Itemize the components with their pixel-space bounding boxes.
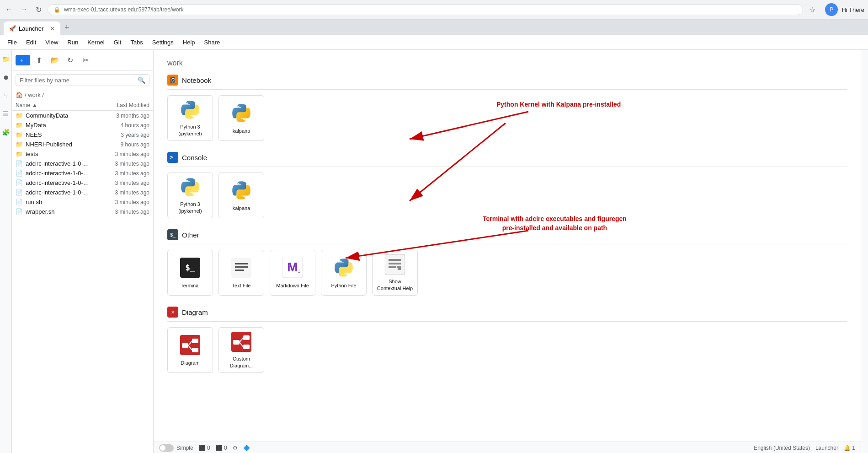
card-diagram[interactable]: Diagram <box>167 327 213 373</box>
forward-button[interactable]: → <box>18 4 29 15</box>
svg-rect-2 <box>235 266 248 268</box>
upload-button[interactable]: ⬆ <box>33 54 46 66</box>
card-python3-console[interactable]: Python 3(ipykernel) <box>167 173 213 218</box>
list-item[interactable]: 📄 wrapper.sh 3 minutes ago <box>12 207 153 216</box>
file-date-label: 3 minutes ago <box>95 151 149 157</box>
menu-file[interactable]: File <box>4 37 21 48</box>
menu-run[interactable]: Run <box>64 37 82 48</box>
svg-rect-20 <box>233 340 240 345</box>
menu-items: File Edit View Run Kernel Git Tabs Setti… <box>4 37 224 48</box>
list-item[interactable]: 📄 adcirc-interactive-1-0-0_2024-... 3 mi… <box>12 159 153 168</box>
section-console: >_ Console Python 3(ipykernel) <box>167 152 847 218</box>
card-custom-diagram[interactable]: Custom Diagram... <box>218 327 264 373</box>
menu-view[interactable]: View <box>42 37 62 48</box>
view-label: Launcher <box>815 445 838 451</box>
card-kalpana-console[interactable]: kalpana <box>218 173 264 218</box>
settings-icon[interactable]: ⚙ <box>233 445 238 451</box>
new-tab-button[interactable]: + <box>60 21 73 34</box>
toggle-thumb <box>160 445 165 451</box>
search-icon: 🔍 <box>138 76 145 84</box>
file-date-label: 3 minutes ago <box>95 170 149 177</box>
card-kalpana[interactable]: kalpana <box>218 95 264 141</box>
col-name-header[interactable]: Name ▲ <box>16 102 95 108</box>
card-show-help[interactable]: Show Contextual Help <box>372 250 418 296</box>
sort-icon: ▲ <box>32 102 37 108</box>
card-text-file[interactable]: Text File <box>218 250 264 296</box>
refresh-files-button[interactable]: ↻ <box>64 54 77 66</box>
file-name-label: adcirc-interactive-1-0-0_2024-... <box>26 160 92 167</box>
file-name-label: CommunityData <box>26 112 92 119</box>
list-item[interactable]: 📁 CommunityData 3 months ago <box>12 111 153 120</box>
list-item[interactable]: 📄 adcirc-interactive-1-0-0_2024-... 3 mi… <box>12 178 153 188</box>
commands-icon-btn[interactable]: ☰ <box>0 108 11 119</box>
list-item[interactable]: 📁 NEES 3 years ago <box>12 130 153 140</box>
home-icon[interactable]: 🏠 <box>16 92 23 98</box>
list-item[interactable]: 📁 NHERI-Published 9 hours ago <box>12 140 153 149</box>
file-date-label: 3 months ago <box>95 113 149 119</box>
extensions-icon-btn[interactable]: 🧩 <box>0 127 11 138</box>
file-name-label: run.sh <box>26 199 92 205</box>
list-item[interactable]: 📄 adcirc-interactive-1-0-0_2024-... 3 mi… <box>12 168 153 178</box>
files-icon-btn[interactable]: 📁 <box>0 54 11 65</box>
col-modified-header[interactable]: Last Modified <box>95 102 149 108</box>
file-type-icon: 📄 <box>16 208 23 215</box>
card-terminal[interactable]: $_ Terminal <box>167 250 213 296</box>
menu-edit[interactable]: Edit <box>22 37 40 48</box>
menu-git[interactable]: Git <box>110 37 125 48</box>
address-bar[interactable]: 🔒 wma-exec-01.tacc.utexas.edu:5977/lab/t… <box>48 4 803 15</box>
tab-close-icon[interactable]: ✕ <box>50 25 55 32</box>
card-label-custom-diagram: Custom Diagram... <box>223 356 260 369</box>
file-date-label: 3 minutes ago <box>95 189 149 196</box>
card-python3[interactable]: Python 3(ipykernel) <box>167 95 213 141</box>
file-name-label: tests <box>26 151 92 157</box>
new-folder-button[interactable]: 📂 <box>48 54 61 66</box>
tab-bar: 🚀 Launcher ✕ + <box>0 20 868 35</box>
file-type-icon: 📁 <box>16 112 23 119</box>
bookmark-button[interactable]: ☆ <box>807 4 818 15</box>
launcher-tab[interactable]: 🚀 Launcher ✕ <box>4 22 60 35</box>
tab-label: Launcher <box>19 25 43 32</box>
url-text: wma-exec-01.tacc.utexas.edu:5977/lab/tre… <box>64 6 183 13</box>
list-item[interactable]: 📁 MyData 4 hours ago <box>12 120 153 130</box>
search-input[interactable] <box>20 77 135 84</box>
svg-rect-1 <box>235 263 248 264</box>
breadcrumb-path: / work / <box>25 92 44 98</box>
list-item[interactable]: 📁 tests 3 minutes ago <box>12 149 153 159</box>
git-icon-btn[interactable]: ⑂ <box>0 90 11 101</box>
file-date-label: 3 minutes ago <box>95 161 149 167</box>
menu-help[interactable]: Help <box>179 37 199 48</box>
list-item[interactable]: 📄 run.sh 3 minutes ago <box>12 197 153 207</box>
card-python-file[interactable]: Python File <box>321 250 367 296</box>
menu-share[interactable]: Share <box>201 37 224 48</box>
file-date-label: 3 minutes ago <box>95 199 149 205</box>
card-markdown-file[interactable]: M ↓ Markdown File <box>270 250 315 296</box>
file-type-icon: 📁 <box>16 122 23 129</box>
svg-rect-14 <box>182 343 188 348</box>
section-header-diagram: ✕ Diagram <box>167 307 847 322</box>
plus-icon: + <box>20 57 24 64</box>
diagram-card-icon <box>230 331 252 352</box>
notification-icon[interactable]: 🔔 1 <box>844 445 855 451</box>
refresh-button[interactable]: ↻ <box>33 4 44 15</box>
diagram-card-icon <box>179 334 201 356</box>
back-button[interactable]: ← <box>4 4 15 15</box>
file-type-icon: 📁 <box>16 131 23 138</box>
list-item[interactable]: 📄 adcirc-interactive-1-0-0_2024-... 3 mi… <box>12 188 153 197</box>
simple-mode-toggle[interactable]: Simple <box>159 444 193 452</box>
console-section-icon: >_ <box>167 152 178 163</box>
file-browser: + ⬆ 📂 ↻ ✂ 🔍 🏠 / work / Name ▲ Last Modif… <box>12 50 154 453</box>
git-clone-button[interactable]: ✂ <box>80 54 92 66</box>
toggle-track <box>159 444 174 452</box>
new-launcher-button[interactable]: + <box>16 55 30 65</box>
card-label-python3: Python 3(ipykernel) <box>178 124 202 137</box>
svg-rect-15 <box>192 339 198 343</box>
file-name-label: MyData <box>26 122 92 129</box>
svg-rect-8 <box>389 259 401 261</box>
version-icon: 🔷 <box>243 445 250 451</box>
menu-tabs[interactable]: Tabs <box>127 37 146 48</box>
python-svg-icon <box>180 177 200 197</box>
launcher-content: work 📓 Notebook Python 3(ipykernel) <box>154 50 861 442</box>
running-icon-btn[interactable]: ⏺ <box>0 72 11 83</box>
menu-kernel[interactable]: Kernel <box>84 37 108 48</box>
menu-settings[interactable]: Settings <box>149 37 177 48</box>
